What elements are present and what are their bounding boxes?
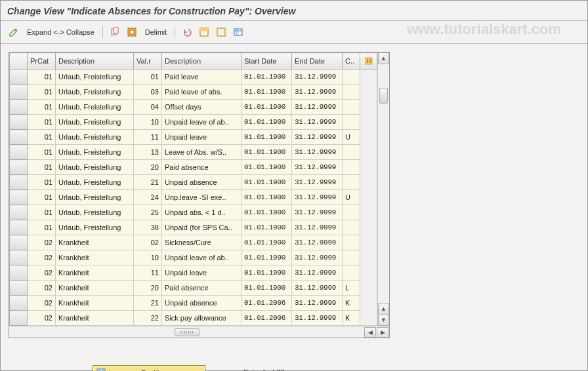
row-selector[interactable]	[10, 175, 28, 190]
cell-desc2[interactable]: Paid leave	[162, 69, 242, 85]
data-table[interactable]: PrCat Description Val.r Description Star…	[9, 52, 377, 326]
scroll-up-icon[interactable]: ▲	[378, 52, 389, 64]
cell-valr[interactable]: 02	[134, 235, 162, 250]
table-row[interactable]: 01Urlaub, Freistellung11Unpaid leave01.0…	[10, 130, 377, 145]
cell-prcat[interactable]: 02	[28, 250, 56, 265]
cell-prcat[interactable]: 01	[28, 190, 56, 205]
cell-cflag[interactable]	[343, 250, 360, 265]
row-selector[interactable]	[10, 69, 28, 85]
cell-desc2[interactable]: Leave of Abs. w/S..	[162, 145, 242, 160]
cell-desc2[interactable]: Sick pay allowance	[162, 311, 242, 326]
cell-desc2[interactable]: Unpaid (for SPS Ca..	[162, 220, 242, 235]
cell-desc2[interactable]: Paid absence	[162, 281, 242, 296]
cell-desc1[interactable]: Krankheit	[56, 296, 134, 311]
cell-prcat[interactable]: 01	[28, 100, 56, 115]
cell-end-date[interactable]: 31.12.9999	[292, 145, 343, 160]
row-selector[interactable]	[10, 235, 28, 250]
col-start-date[interactable]: Start Date	[242, 53, 292, 69]
cell-start-date[interactable]: 01.01.1900	[242, 220, 292, 235]
row-selector[interactable]	[10, 130, 28, 145]
cell-start-date[interactable]: 01.01.1900	[242, 190, 292, 205]
cell-prcat[interactable]: 01	[28, 130, 56, 145]
cell-end-date[interactable]: 31.12.9999	[292, 115, 343, 130]
col-desc2[interactable]: Description	[162, 53, 242, 69]
cell-end-date[interactable]: 31.12.9999	[292, 85, 343, 100]
cell-cflag[interactable]	[343, 265, 360, 281]
cell-valr[interactable]: 25	[134, 205, 162, 220]
cell-end-date[interactable]: 31.12.9999	[292, 250, 343, 265]
cell-end-date[interactable]: 31.12.9999	[292, 296, 343, 311]
cell-valr[interactable]: 22	[134, 311, 162, 326]
undo-icon[interactable]	[180, 26, 194, 39]
row-selector[interactable]	[10, 145, 28, 160]
table-row[interactable]: 02Krankheit02Sickness/Cure01.01.190031.1…	[10, 235, 377, 250]
cell-start-date[interactable]: 01.01.1900	[242, 130, 292, 145]
cell-desc2[interactable]: Sickness/Cure	[162, 235, 242, 250]
col-prcat[interactable]: PrCat	[28, 53, 56, 69]
cell-start-date[interactable]: 01.01.1900	[242, 85, 292, 100]
cell-cflag[interactable]	[343, 235, 360, 250]
cell-desc1[interactable]: Urlaub, Freistellung	[56, 190, 134, 205]
cell-prcat[interactable]: 01	[28, 115, 56, 130]
cell-cflag[interactable]	[343, 160, 360, 175]
copy-icon[interactable]	[108, 26, 121, 39]
cell-cflag[interactable]: K	[343, 296, 360, 311]
cell-prcat[interactable]: 01	[28, 145, 56, 160]
cell-desc2[interactable]: Unpaid absence	[162, 175, 242, 190]
table-settings-icon[interactable]	[232, 26, 245, 39]
cell-valr[interactable]: 21	[134, 296, 162, 311]
vertical-scrollbar[interactable]: ▲ ▲ ▼	[377, 52, 389, 326]
cell-desc2[interactable]: Unpaid leave	[162, 265, 242, 281]
cell-cflag[interactable]	[343, 115, 360, 130]
cell-valr[interactable]: 38	[134, 220, 162, 235]
cell-end-date[interactable]: 31.12.9999	[292, 205, 343, 220]
table-row[interactable]: 01Urlaub, Freistellung04Offset days01.01…	[10, 100, 377, 115]
row-selector[interactable]	[10, 250, 28, 265]
row-selector[interactable]	[10, 160, 28, 175]
cell-desc2[interactable]: Unp.leave -SI exe..	[162, 190, 242, 205]
cell-desc1[interactable]: Krankheit	[56, 311, 134, 326]
table-row[interactable]: 02Krankheit22Sick pay allowance01.01.200…	[10, 311, 377, 326]
cell-cflag[interactable]	[343, 205, 360, 220]
cell-valr[interactable]: 24	[134, 190, 162, 205]
cell-start-date[interactable]: 01.01.1900	[242, 69, 292, 85]
cell-prcat[interactable]: 02	[28, 281, 56, 296]
cell-desc1[interactable]: Urlaub, Freistellung	[56, 115, 134, 130]
cell-desc2[interactable]: Unpaid leave	[162, 130, 242, 145]
cell-valr[interactable]: 04	[134, 100, 162, 115]
cell-desc1[interactable]: Urlaub, Freistellung	[56, 85, 134, 100]
cell-start-date[interactable]: 01.01.1990	[242, 265, 292, 281]
cell-end-date[interactable]: 31.12.9999	[292, 100, 343, 115]
table-row[interactable]: 02Krankheit20Paid absence01.01.190031.12…	[10, 281, 377, 296]
table-row[interactable]: 02Krankheit10Unpaid leave of ab..01.01.1…	[10, 250, 377, 265]
cell-valr[interactable]: 11	[134, 265, 162, 281]
cell-start-date[interactable]: 01.01.1900	[242, 281, 292, 296]
row-selector[interactable]	[10, 220, 28, 235]
cell-prcat[interactable]: 01	[28, 160, 56, 175]
table-config-icon[interactable]	[363, 57, 374, 65]
table-row[interactable]: 01Urlaub, Freistellung13Leave of Abs. w/…	[10, 145, 377, 160]
cell-desc1[interactable]: Krankheit	[56, 235, 134, 250]
cell-valr[interactable]: 11	[134, 130, 162, 145]
cell-prcat[interactable]: 02	[28, 265, 56, 281]
cell-prcat[interactable]: 01	[28, 175, 56, 190]
table-row[interactable]: 01Urlaub, Freistellung01Paid leave01.01.…	[10, 69, 377, 85]
table-row[interactable]: 01Urlaub, Freistellung21Unpaid absence01…	[10, 175, 377, 190]
cell-desc2[interactable]: Unpaid abs. < 1 d..	[162, 205, 242, 220]
cell-valr[interactable]: 20	[134, 281, 162, 296]
cell-start-date[interactable]: 01.01.1900	[242, 235, 292, 250]
cell-start-date[interactable]: 01.01.1900	[242, 100, 292, 115]
table-row[interactable]: 01Urlaub, Freistellung20Paid absence01.0…	[10, 160, 377, 175]
col-end-date[interactable]: End Date	[292, 53, 343, 69]
row-selector[interactable]	[10, 205, 28, 220]
cell-end-date[interactable]: 31.12.9999	[292, 281, 343, 296]
cell-prcat[interactable]: 01	[28, 220, 56, 235]
cell-cflag[interactable]: L	[343, 281, 360, 296]
cell-cflag[interactable]	[343, 69, 360, 85]
position-button[interactable]: Position...	[93, 365, 205, 371]
cell-desc2[interactable]: Paid absence	[162, 160, 242, 175]
horizontal-scrollbar[interactable]: ◀ ▶	[9, 326, 389, 338]
cell-end-date[interactable]: 31.12.9999	[292, 190, 343, 205]
hscroll-right-icon[interactable]: ▶	[377, 327, 388, 338]
cell-desc1[interactable]: Urlaub, Freistellung	[56, 130, 134, 145]
